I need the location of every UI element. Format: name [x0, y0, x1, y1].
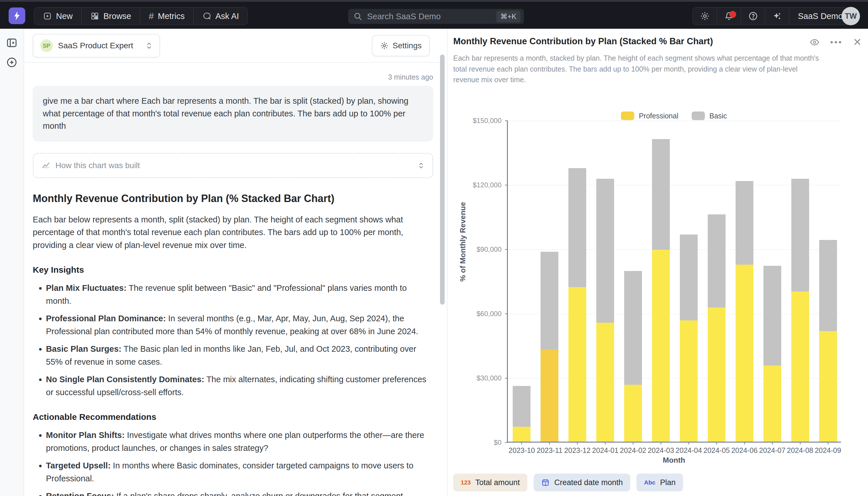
- global-search-input[interactable]: Search SaaS Demo ⌘+K: [348, 9, 524, 24]
- x-tick-label: 2024-07: [759, 446, 786, 455]
- help-button[interactable]: [741, 7, 765, 25]
- secondary-nav: SaaS Demo: [692, 7, 852, 25]
- key-insights-list: Plan Mix Fluctuates: The revenue split b…: [33, 282, 433, 399]
- stacked-bar-chart: $0$30,000$60,000$90,000$120,000$150,0002…: [448, 29, 868, 496]
- agent-avatar: SP: [40, 40, 53, 52]
- x-tick-label: 2024-05: [703, 446, 730, 455]
- gridline: [508, 121, 841, 121]
- x-tick-mark: [633, 442, 633, 445]
- agent-settings-button[interactable]: Settings: [372, 35, 430, 56]
- field-tags: 123 Total amount 1 Created date month Ab…: [453, 474, 683, 492]
- y-tick-label: $120,000: [473, 181, 501, 189]
- bar-segment-basic-2024-07[interactable]: [763, 266, 781, 366]
- settings-nav-button[interactable]: [693, 7, 717, 25]
- help-circle-icon: [748, 11, 758, 21]
- item-lead: No Single Plan Consistently Dominates:: [46, 375, 204, 384]
- app-window: New Browse # Metrics Ask AI: [0, 0, 868, 496]
- x-tick-mark: [828, 442, 829, 445]
- ai-assistant-button[interactable]: [765, 7, 789, 25]
- agent-selector[interactable]: SP SaaS Product Expert: [33, 34, 160, 58]
- bar-segment-basic-2024-03[interactable]: [652, 139, 670, 250]
- new-label: New: [56, 12, 73, 21]
- y-tick-label: $90,000: [477, 245, 501, 253]
- browse-button[interactable]: Browse: [82, 7, 140, 25]
- item-lead: Monitor Plan Shifts:: [46, 431, 125, 440]
- how-chart-built-toggle[interactable]: How this chart was built: [33, 153, 433, 178]
- search-placeholder: Search SaaS Demo: [367, 12, 496, 21]
- bar-segment-basic-2024-05[interactable]: [708, 214, 725, 308]
- bar-segment-professional-2024-07[interactable]: [763, 366, 781, 442]
- list-item: Retention Focus: If a plan's share drops…: [46, 490, 433, 496]
- y-tick-mark: [505, 185, 508, 185]
- recommendations-heading: Actionable Recommendations: [33, 412, 433, 422]
- chart-panel: Monthly Revenue Contribution by Plan (St…: [448, 29, 868, 496]
- bar-segment-basic-2023-11[interactable]: [541, 252, 558, 350]
- metrics-button[interactable]: # Metrics: [140, 7, 194, 25]
- primary-nav: New Browse # Metrics Ask AI: [34, 7, 248, 25]
- item-lead: Basic Plan Surges:: [46, 344, 122, 354]
- bar-segment-professional-2024-08[interactable]: [791, 291, 809, 442]
- gear-icon: [380, 41, 389, 50]
- x-tick-label: 2023-11: [536, 446, 562, 455]
- item-text: If a plan's share drops sharply, analyze…: [114, 492, 405, 496]
- list-item: Professional Plan Dominance: In several …: [46, 312, 433, 338]
- sparkles-icon: [772, 11, 782, 21]
- tag-created-date-month[interactable]: 1 Created date month: [534, 474, 630, 492]
- bar-segment-professional-2023-10[interactable]: [513, 427, 531, 442]
- user-message: give me a bar chart where Each bar repre…: [33, 86, 433, 141]
- bar-segment-professional-2023-12[interactable]: [568, 287, 586, 442]
- bar-segment-basic-2024-02[interactable]: [624, 271, 642, 385]
- y-tick-mark: [505, 249, 508, 250]
- y-axis-title: % of Monthly Revenue: [459, 202, 467, 282]
- bar-segment-basic-2024-08[interactable]: [791, 179, 809, 291]
- item-lead: Plan Mix Fluctuates:: [46, 283, 126, 293]
- new-thread-icon[interactable]: [6, 56, 18, 68]
- item-lead: Retention Focus:: [46, 492, 114, 496]
- bar-segment-basic-2023-10[interactable]: [513, 386, 531, 427]
- new-button[interactable]: New: [34, 7, 82, 25]
- chat-scrollbar[interactable]: [440, 55, 445, 305]
- workspace-label: SaaS Demo: [798, 12, 843, 21]
- tag-plan[interactable]: Abc Plan: [637, 474, 683, 492]
- tag-label: Total amount: [476, 478, 520, 487]
- x-tick-label: 2024-01: [592, 446, 618, 455]
- y-tick-label: $150,000: [473, 117, 501, 125]
- search-shortcut-badge: ⌘+K: [496, 11, 520, 22]
- calendar-icon: 1: [541, 478, 550, 487]
- bar-segment-basic-2024-01[interactable]: [596, 179, 614, 322]
- notifications-button[interactable]: [717, 7, 741, 25]
- y-tick-label: $30,000: [477, 374, 501, 382]
- bar-segment-basic-2024-09[interactable]: [819, 240, 837, 331]
- app-logo[interactable]: [9, 7, 25, 24]
- x-tick-mark: [800, 442, 801, 445]
- plus-square-icon: [43, 12, 52, 21]
- bar-segment-professional-2024-01[interactable]: [596, 323, 614, 442]
- settings-label: Settings: [392, 41, 422, 50]
- bar-segment-professional-2023-11[interactable]: [541, 350, 558, 442]
- hash-icon: #: [149, 11, 154, 21]
- tag-total-amount[interactable]: 123 Total amount: [453, 474, 527, 492]
- browse-label: Browse: [103, 12, 131, 21]
- bar-segment-professional-2024-03[interactable]: [652, 250, 670, 442]
- list-item: Targeted Upsell: In months where Basic d…: [46, 459, 433, 485]
- bar-segment-professional-2024-05[interactable]: [708, 308, 725, 442]
- y-tick-mark: [505, 378, 508, 378]
- user-avatar[interactable]: TW: [841, 7, 860, 25]
- bar-segment-basic-2024-06[interactable]: [736, 181, 753, 265]
- x-tick-mark: [689, 442, 689, 445]
- grid-icon: [90, 12, 99, 21]
- x-tick-mark: [521, 442, 522, 445]
- expand-sidebar-icon[interactable]: [6, 37, 18, 49]
- bar-segment-professional-2024-09[interactable]: [819, 331, 837, 442]
- list-item: Plan Mix Fluctuates: The revenue split b…: [46, 282, 433, 308]
- bar-segment-basic-2024-04[interactable]: [680, 234, 698, 321]
- ask-ai-button[interactable]: Ask AI: [194, 7, 247, 25]
- y-tick-label: $60,000: [477, 310, 501, 318]
- key-insights-heading: Key Insights: [33, 265, 433, 275]
- x-tick-label: 2024-02: [620, 446, 646, 455]
- bar-segment-professional-2024-04[interactable]: [680, 321, 698, 442]
- x-tick-label: 2024-04: [676, 446, 702, 455]
- bar-segment-professional-2024-06[interactable]: [736, 265, 753, 442]
- bar-segment-professional-2024-02[interactable]: [624, 385, 642, 442]
- bar-segment-basic-2023-12[interactable]: [568, 168, 586, 287]
